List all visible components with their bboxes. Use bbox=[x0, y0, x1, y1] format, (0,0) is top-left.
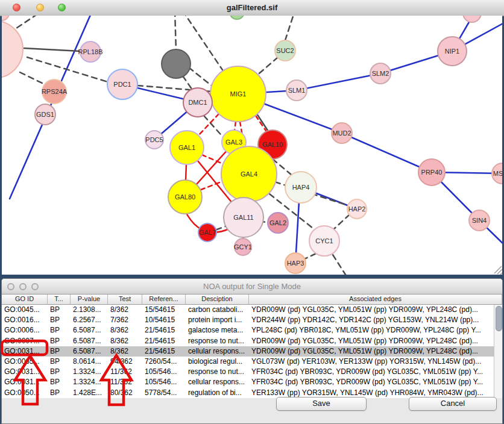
table-cell: 21/54615 bbox=[142, 325, 186, 335]
network-edge bbox=[27, 57, 110, 83]
node-pdc1[interactable]: PDC1 bbox=[107, 69, 137, 99]
svg-text:RPS24A: RPS24A bbox=[42, 88, 68, 95]
table-cell: YDR009W (pd) YGL035C, YML051W (pp) YDR00… bbox=[249, 305, 502, 315]
network-edge bbox=[333, 255, 347, 275]
node-hap4[interactable]: HAP4 bbox=[285, 172, 317, 203]
node-dmc1[interactable]: DMC1 bbox=[183, 88, 212, 117]
vertical-scrollbar[interactable] bbox=[494, 305, 502, 398]
node-unlabeled[interactable] bbox=[162, 49, 191, 78]
node-sin4[interactable]: SIN4 bbox=[469, 210, 490, 231]
table-row[interactable]: GO:0031...BP1.3324...11/362105/546...res… bbox=[2, 367, 502, 377]
network-edge bbox=[333, 214, 350, 229]
svg-text:GAL1: GAL1 bbox=[178, 144, 195, 151]
scrollbar-thumb[interactable] bbox=[496, 306, 502, 331]
node-msn5[interactable]: MSN5 bbox=[492, 163, 502, 184]
table-cell: GO:0031... bbox=[2, 377, 48, 387]
table-cell: BP bbox=[48, 305, 71, 315]
node-nip1[interactable]: NIP1 bbox=[438, 37, 467, 66]
table-row[interactable]: GO:0045...BP2.1308...8/36215/54615carbon… bbox=[2, 305, 502, 315]
table-cell: BP bbox=[48, 388, 71, 398]
table-cell: 11/362 bbox=[108, 367, 142, 377]
table-cell: YPL248C (pd) YBR018C, YML051W (pp) YDR00… bbox=[249, 325, 502, 335]
table-row[interactable]: GO:0031...BP1.3324...11/362105/546...cel… bbox=[2, 377, 502, 387]
svg-text:SIN4: SIN4 bbox=[472, 217, 487, 224]
column-header-desciption[interactable]: Desciption bbox=[186, 295, 249, 304]
node-unlabeled[interactable] bbox=[2, 20, 23, 78]
table-cell: 1.3324... bbox=[71, 367, 108, 377]
node-suc2[interactable]: SUC2 bbox=[275, 40, 295, 61]
node-mud2[interactable]: MUD2 bbox=[332, 123, 352, 143]
cancel-button[interactable]: Cancel bbox=[409, 397, 497, 411]
resize-grip[interactable] bbox=[494, 266, 502, 275]
column-header-t[interactable]: T... bbox=[48, 295, 71, 304]
network-canvas[interactable]: RPL18BRPS24AGDS1PDC1MIG1DMC1PDC5SUC2SLM1… bbox=[2, 16, 502, 275]
table-cell: BP bbox=[48, 377, 71, 387]
noa-titlebar: NOA output for Single Mode bbox=[2, 279, 502, 295]
node-prp40[interactable]: PRP40 bbox=[418, 159, 445, 186]
network-edge bbox=[175, 16, 176, 51]
svg-text:SLM1: SLM1 bbox=[288, 87, 306, 94]
network-edge bbox=[235, 122, 236, 131]
node-gal7[interactable]: GAL7 bbox=[198, 223, 216, 242]
node-slm1[interactable]: SLM1 bbox=[286, 80, 307, 101]
screen: { "net_window": { "title": "galFiltered.… bbox=[0, 0, 504, 424]
node-hap3[interactable]: HAP3 bbox=[285, 253, 306, 273]
node-rps24a[interactable]: RPS24A bbox=[42, 80, 68, 104]
table-cell: GO:0007... bbox=[2, 336, 48, 346]
node-mig1[interactable]: MIG1 bbox=[210, 66, 266, 122]
node-gal11[interactable]: GAL11 bbox=[224, 198, 263, 237]
column-header-test[interactable]: Test bbox=[108, 295, 142, 304]
table-row[interactable]: GO:0031...BP6.5087...8/36221/54615cellul… bbox=[2, 346, 502, 357]
table-cell: GO:0065... bbox=[2, 357, 48, 367]
window-title: galFiltered.sif bbox=[0, 3, 504, 12]
node-unlabeled[interactable] bbox=[230, 16, 244, 19]
table-cell: 21/54615 bbox=[142, 346, 186, 357]
svg-text:GCY1: GCY1 bbox=[234, 243, 252, 251]
column-header-referen[interactable]: Referen... bbox=[142, 295, 186, 304]
node-unlabeled[interactable] bbox=[2, 16, 9, 20]
svg-text:PRP40: PRP40 bbox=[421, 169, 443, 176]
table-cell: cellular respons... bbox=[186, 346, 249, 357]
table-cell: 8/362 bbox=[108, 325, 142, 335]
node-gal1[interactable]: GAL1 bbox=[170, 131, 204, 164]
table-cell: regulation of bi... bbox=[186, 388, 249, 398]
node-rpl18b[interactable]: RPL18B bbox=[78, 42, 103, 62]
table-cell: 94/362 bbox=[108, 357, 142, 367]
node-cyc1[interactable]: CYC1 bbox=[309, 226, 339, 256]
table-row[interactable]: GO:0016...BP6.2567...7/36210/54615protei… bbox=[2, 315, 502, 325]
table-row[interactable]: GO:0006...BP6.5087...8/36221/54615galact… bbox=[2, 325, 502, 335]
table-cell: 11/362 bbox=[108, 377, 142, 387]
network-edge bbox=[256, 57, 278, 76]
node-gal4[interactable]: GAL4 bbox=[221, 146, 277, 202]
node-gal80[interactable]: GAL80 bbox=[168, 180, 202, 214]
svg-text:PDC1: PDC1 bbox=[113, 81, 131, 88]
svg-text:DMC1: DMC1 bbox=[188, 99, 207, 106]
node-gds1[interactable]: GDS1 bbox=[35, 104, 55, 125]
table-cell: YFR034C (pd) YBR093C, YDR009W (pd) YGL03… bbox=[249, 367, 502, 377]
table-row[interactable]: GO:0007...BP6.5087...8/36221/54615respon… bbox=[2, 336, 502, 346]
column-header-associated-edges[interactable]: Associated edges bbox=[249, 295, 502, 304]
svg-text:GAL11: GAL11 bbox=[233, 214, 253, 221]
table-cell: GO:0031... bbox=[2, 367, 48, 377]
table-cell: GO:0016... bbox=[2, 315, 48, 325]
table-cell: 80/362 bbox=[108, 388, 142, 398]
table-cell: response to nut... bbox=[186, 336, 249, 346]
node-unlabeled[interactable] bbox=[463, 16, 481, 22]
table-cell: YDR009W (pd) YGL035C, YML051W (pp) YDR00… bbox=[249, 346, 502, 357]
node-pdc5[interactable]: PDC5 bbox=[145, 131, 163, 149]
table-cell: BP bbox=[48, 346, 71, 357]
node-slm2[interactable]: SLM2 bbox=[370, 63, 391, 84]
network-edge bbox=[189, 67, 212, 86]
node-gcy1[interactable]: GCY1 bbox=[234, 238, 252, 255]
table-cell: YDR009W (pd) YGL035C, YML051W (pp) YDR00… bbox=[249, 336, 502, 346]
table-cell: 10/54615 bbox=[142, 315, 186, 325]
node-hap2[interactable]: HAP2 bbox=[347, 199, 367, 219]
column-header-go-id[interactable]: GO ID bbox=[2, 295, 48, 304]
save-button[interactable]: Save bbox=[276, 397, 367, 411]
node-gal2[interactable]: GAL2 bbox=[268, 213, 288, 233]
noa-window: NOA output for Single Mode GO IDT...P-va… bbox=[1, 278, 503, 424]
column-header-p-value[interactable]: P-value bbox=[71, 295, 108, 304]
svg-text:PDC5: PDC5 bbox=[145, 136, 163, 143]
svg-text:CYC1: CYC1 bbox=[315, 237, 333, 245]
table-row[interactable]: GO:0065...BP8.0614...94/3627260/54...bio… bbox=[2, 357, 502, 367]
